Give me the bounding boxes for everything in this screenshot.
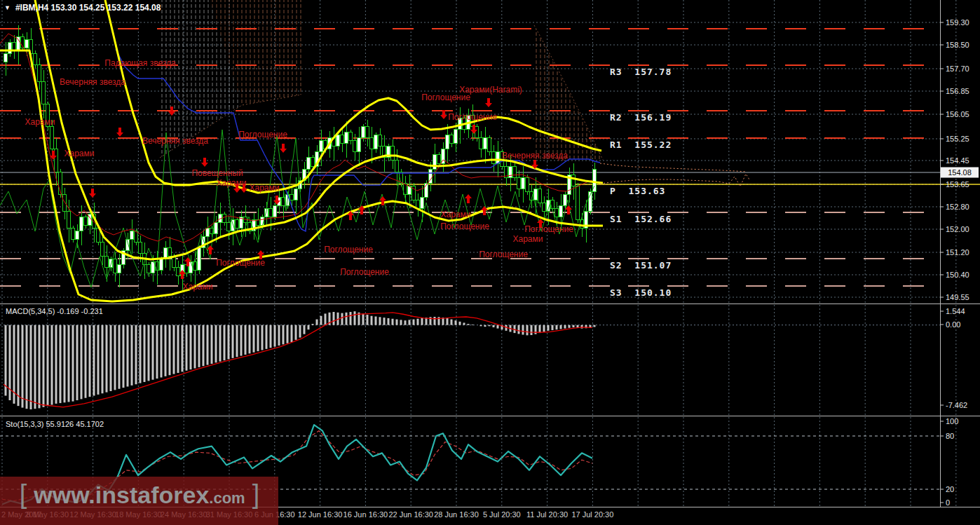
- sto-scale-label: 100: [946, 417, 958, 425]
- time-axis-label: 17 Jul 20:30: [571, 510, 613, 519]
- watermark-tld: .com: [209, 489, 245, 507]
- pattern-annotation: Поглощение: [216, 258, 265, 268]
- pattern-annotation: Поглощение: [440, 221, 489, 231]
- watermark-bracket-open: [: [20, 479, 27, 510]
- pattern-annotation: Поглощение: [524, 224, 573, 234]
- time-axis-label: 28 Jun 16:30: [434, 510, 479, 519]
- pivot-level-label: R3 157.78: [610, 67, 672, 77]
- pattern-annotation: Вечерняя звезда: [502, 151, 568, 161]
- pattern-annotation: Вечерняя звезда: [142, 136, 208, 146]
- pattern-annotation: Падающая звезда: [104, 58, 175, 68]
- macd-indicator-label: MACD(5,34,5) -0.169 -0.231: [6, 307, 103, 315]
- price-axis-label: 156.05: [946, 110, 969, 118]
- pivot-level-label: S3 150.10: [610, 287, 672, 298]
- arrow-down-icon: [116, 128, 123, 137]
- arrow-down-icon: [485, 98, 492, 107]
- price-axis-label: 152.00: [946, 225, 969, 233]
- pattern-annotation: Поглощение: [238, 130, 287, 139]
- price-axis-label: 151.20: [946, 248, 969, 257]
- time-axis-label: 11 Jul 20:30: [526, 510, 568, 519]
- pattern-annotation: Повещенный: [191, 168, 243, 178]
- pivot-level-label: R2 156.19: [610, 112, 672, 123]
- trading-terminal-chart: 159.30158.50157.70156.85156.05155.25154.…: [0, 0, 980, 525]
- arrow-down-icon: [201, 158, 208, 167]
- sto-scale-label: 0: [946, 498, 950, 507]
- pivot-level-label: P 153.63: [610, 186, 665, 196]
- price-axis-label: 155.25: [946, 135, 969, 143]
- time-axis-label: 5 Jul 20:30: [483, 510, 521, 519]
- stochastic-indicator-label: Sto(15,3,3) 55.9126 45.1702: [6, 420, 104, 428]
- pivot-level-label: R1 155.22: [610, 139, 672, 150]
- time-axis-label: 12 Jun 16:30: [298, 510, 343, 519]
- watermark-bracket-close: ]: [252, 479, 260, 510]
- price-axis-label: 159.30: [946, 18, 969, 27]
- current-price-tag: 154.08: [941, 168, 979, 178]
- pattern-annotation: Харами(Harami): [459, 85, 522, 95]
- pattern-annotation: Поглощение: [448, 112, 497, 122]
- pattern-annotation: Поглощение: [479, 250, 528, 259]
- pattern-annotation: Вечерняя звезда: [60, 77, 125, 87]
- chevron-down-icon[interactable]: ▼: [4, 4, 11, 11]
- pattern-annotation: Харами: [183, 282, 213, 292]
- arrow-down-icon: [280, 144, 287, 153]
- price-axis-label: 152.80: [946, 203, 969, 211]
- macd-scale-label: 0.00: [946, 320, 960, 329]
- arrow-up-icon: [465, 194, 472, 203]
- arrow-down-icon: [89, 189, 96, 198]
- sto-scale-label: 80: [946, 432, 954, 440]
- chart-canvas[interactable]: [0, 0, 980, 525]
- pattern-annotation: Харами: [217, 178, 247, 188]
- pattern-annotation: Харами: [441, 210, 471, 219]
- price-axis-label: 149.55: [946, 293, 969, 301]
- watermark-domain: www.instaforex: [34, 482, 209, 509]
- pivot-level-label: S2 151.07: [610, 260, 672, 271]
- pattern-annotation: Харами: [64, 149, 95, 158]
- price-axis-label: 154.45: [946, 156, 969, 165]
- pattern-annotation: Харами: [513, 234, 543, 244]
- pattern-annotation: Поглощение: [340, 267, 389, 277]
- pivot-level-label: S1 152.66: [610, 214, 672, 224]
- sto-scale-label: 20: [946, 485, 954, 493]
- price-axis-label: 150.40: [946, 271, 969, 279]
- chart-title-bar: ▼ #IBM,H4 153.30 154.25 153.22 154.08: [4, 3, 161, 13]
- macd-scale-label: -7.462: [946, 401, 967, 409]
- pattern-annotation: Поглощение: [324, 245, 373, 254]
- time-axis-label: 16 Jun 16:30: [343, 510, 388, 519]
- macd-panel: [0, 311, 940, 409]
- pattern-annotation: Харами: [250, 183, 280, 193]
- time-axis-label: 22 Jun 16:30: [388, 510, 433, 519]
- price-axis-label: 153.65: [946, 180, 969, 189]
- price-axis-label: 157.70: [946, 64, 969, 73]
- instaforex-watermark: [ www.instaforex .com ]: [4, 479, 275, 510]
- pattern-annotation: Харами: [25, 117, 55, 127]
- price-axis-label: 158.50: [946, 41, 969, 49]
- price-axis-label: 156.85: [946, 87, 969, 95]
- symbol-ohlc-title: #IBM,H4 153.30 154.25 153.22 154.08: [15, 3, 161, 13]
- macd-scale-label: 1.544: [946, 307, 965, 315]
